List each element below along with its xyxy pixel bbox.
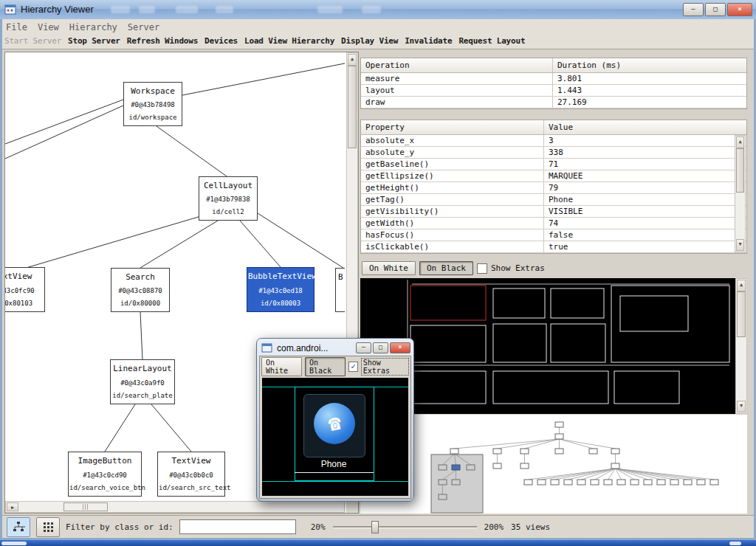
tree-node[interactable]: B [335,268,345,312]
toolbar-display-view[interactable]: Display View [341,33,398,49]
titlebar-glass-reflection [111,6,130,13]
popup-on-white-button[interactable]: On White [261,357,302,376]
tree-horizontal-scrollbar[interactable]: ◀ ▶ [5,501,345,513]
on-black-button[interactable]: On Black [419,261,473,275]
titlebar-glass-reflection [176,6,198,13]
scroll-thumb[interactable] [348,66,357,148]
close-button[interactable]: × [727,3,752,16]
scroll-thumb[interactable] [63,502,108,511]
toolbar-start-server[interactable]: Start Server [4,33,61,49]
tree-node[interactable]: LinearLayout#0@43c0a9f0id/search_plate [110,359,175,404]
layout-wireframe-canvas[interactable] [360,278,735,414]
extras-guide-line [262,481,408,482]
zoom-slider[interactable] [333,520,477,533]
tree-node[interactable]: Search#0@43c08870id/0x80000 [111,268,170,312]
slider-track [333,526,477,528]
property-scrollbar[interactable]: ▲ ▼ [735,135,746,252]
toolbar-devices[interactable]: Devices [205,33,238,49]
phone-app-icon: ☎ [303,394,365,457]
popup-body: On White On Black ✓ Show Extras ☎ Phone [259,356,411,499]
table-header: PropertyValue [361,120,746,135]
pixel-perfect-window[interactable]: com.androi... — □ × On White On Black ✓ … [256,338,414,502]
property-row[interactable]: getTag()Phone [361,194,746,206]
on-white-button[interactable]: On White [362,261,416,275]
toolbar-load-view-hierarchy[interactable]: Load View Hierarchy [244,33,334,49]
scroll-up-arrow[interactable]: ▲ [736,136,744,148]
scroll-right-arrow[interactable]: ▶ [7,502,18,511]
popup-show-extras-label[interactable]: Show Extras [361,358,409,376]
toolbar-invalidate[interactable]: Invalidate [405,33,452,49]
property-row[interactable]: getEllipsize()MARQUEE [361,170,746,182]
tree-overview-minimap[interactable] [360,415,747,514]
scroll-thumb[interactable] [737,291,746,337]
popup-controls: On White On Black ✓ Show Extras [261,358,409,376]
tree-node[interactable]: Workspace#0@43b78498id/workspace [123,82,182,126]
property-row[interactable]: hasFocus()false [361,229,746,241]
scroll-thumb[interactable] [736,148,744,193]
show-extras-checkbox[interactable] [477,263,487,274]
scroll-up-arrow[interactable]: ▲ [737,280,746,291]
titlebar-glass-reflection [317,6,343,13]
toolbar-stop-server[interactable]: Stop Server [68,33,120,49]
popup-close-button[interactable]: × [390,342,410,353]
tree-view-icon [12,521,25,533]
taskbar[interactable] [0,540,756,546]
toolbar: Start ServerStop ServerRefresh WindowsDe… [0,32,756,49]
popup-maximize-button[interactable]: □ [373,342,388,353]
minimap-svg [360,415,747,514]
filter-label: Filter by class or id: [66,522,173,532]
popup-show-extras-checkbox[interactable]: ✓ [348,362,358,372]
loupe-canvas[interactable]: ☎ Phone [262,378,408,496]
tree-node[interactable]: CellLayout#1@43b79838id/cell2 [199,176,258,221]
phone-label: Phone [295,459,373,469]
table-header: OperationDuration (ms) [361,58,746,73]
titlebar-glass-reflection [362,6,381,13]
titlebar[interactable]: Hierarchy Viewer — □ × [0,0,756,20]
property-row[interactable]: getBaseline()71 [361,159,746,170]
grid-view-icon [42,521,54,533]
profile-row[interactable]: layout1.443 [361,85,746,97]
popup-title: com.androi... [277,343,328,353]
property-row[interactable]: isClickable()true [361,241,746,253]
popup-on-black-button[interactable]: On Black [305,357,346,376]
wireframe-scrollbar[interactable]: ▲ ▼ [735,278,747,414]
show-extras-label[interactable]: Show Extras [491,263,545,273]
property-table: ▲ ▼ PropertyValueabsolute_x3absolute_y33… [360,120,747,254]
zoom-min-label: 20% [311,522,326,532]
property-row[interactable]: getWidth()74 [361,218,746,229]
zoom-slider-thumb[interactable] [371,521,379,533]
tree-node[interactable]: TextView#0@43c0fc90id/0x80103 [5,267,45,312]
property-row[interactable]: absolute_y338 [361,147,746,159]
tree-node[interactable]: ImageButton#1@43c0cd90id/search_voice_bt… [68,452,142,497]
property-row[interactable]: absolute_x3 [361,135,746,147]
profile-table: OperationDuration (ms)measure3.801layout… [360,58,747,109]
tree-node[interactable]: BubbleTextView#1@43c0ed18id/0x80003 [247,267,315,312]
baseline-guide-line [295,472,374,473]
phone-icon: ☎ [314,403,355,444]
maximize-button[interactable]: □ [705,3,726,16]
tree-node[interactable]: TextView#0@43c0b0c0id/search_src_text [157,452,225,497]
profile-row[interactable]: measure3.801 [361,73,746,85]
scroll-down-arrow[interactable]: ▼ [736,239,744,251]
taskbar-item[interactable] [729,542,741,545]
titlebar-glass-reflection [216,6,233,13]
menubar: FileViewHierarchyServer [0,19,756,33]
popup-minimize-button[interactable]: — [356,342,371,353]
property-row[interactable]: getVisibility()VISIBLE [361,206,746,218]
scroll-up-arrow[interactable]: ▲ [348,54,357,66]
toolbar-request-layout[interactable]: Request Layout [458,33,525,49]
taskbar-item[interactable] [1,542,27,545]
popup-titlebar[interactable]: com.androi... — □ × [259,341,411,356]
app-icon [4,4,16,18]
window-title: Hierarchy Viewer [21,4,94,15]
profile-row[interactable]: draw27.169 [361,97,746,108]
tree-view-button[interactable] [7,517,30,537]
minimize-button[interactable]: — [683,3,704,16]
toolbar-refresh-windows[interactable]: Refresh Windows [127,33,198,49]
scroll-down-arrow[interactable]: ▼ [737,401,746,412]
wireframe-svg [360,278,735,414]
property-row[interactable]: getHeight()79 [361,182,746,194]
views-count: 35 views [511,522,550,532]
grid-view-button[interactable] [36,517,60,537]
filter-input[interactable] [179,519,296,534]
